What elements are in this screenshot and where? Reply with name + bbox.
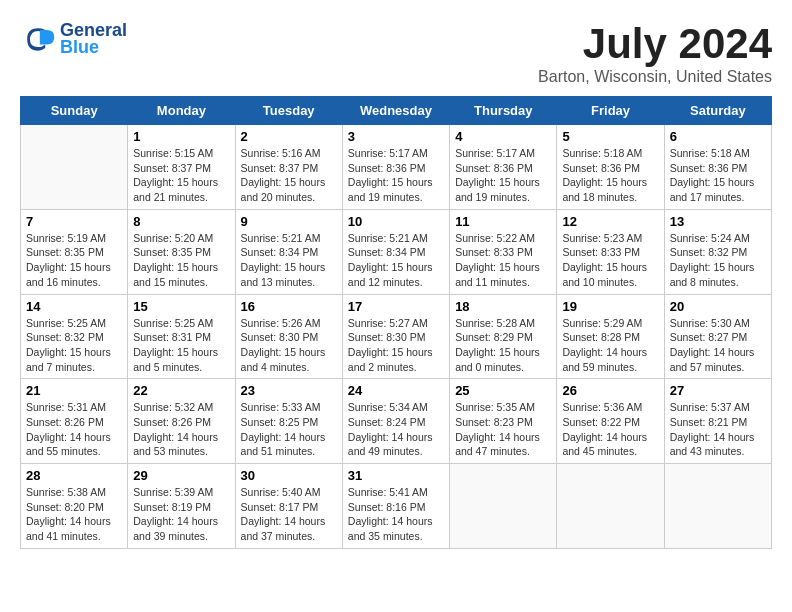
calendar-cell: 29Sunrise: 5:39 AM Sunset: 8:19 PM Dayli…	[128, 464, 235, 549]
calendar-week-row: 21Sunrise: 5:31 AM Sunset: 8:26 PM Dayli…	[21, 379, 772, 464]
calendar-cell: 15Sunrise: 5:25 AM Sunset: 8:31 PM Dayli…	[128, 294, 235, 379]
calendar-cell	[450, 464, 557, 549]
day-number: 26	[562, 383, 658, 398]
calendar-cell: 26Sunrise: 5:36 AM Sunset: 8:22 PM Dayli…	[557, 379, 664, 464]
day-info: Sunrise: 5:18 AM Sunset: 8:36 PM Dayligh…	[562, 146, 658, 205]
calendar-cell: 11Sunrise: 5:22 AM Sunset: 8:33 PM Dayli…	[450, 209, 557, 294]
day-number: 11	[455, 214, 551, 229]
calendar-cell: 31Sunrise: 5:41 AM Sunset: 8:16 PM Dayli…	[342, 464, 449, 549]
day-number: 25	[455, 383, 551, 398]
calendar-cell: 22Sunrise: 5:32 AM Sunset: 8:26 PM Dayli…	[128, 379, 235, 464]
calendar-week-row: 7Sunrise: 5:19 AM Sunset: 8:35 PM Daylig…	[21, 209, 772, 294]
weekday-header-saturday: Saturday	[664, 97, 771, 125]
calendar-cell: 12Sunrise: 5:23 AM Sunset: 8:33 PM Dayli…	[557, 209, 664, 294]
day-info: Sunrise: 5:36 AM Sunset: 8:22 PM Dayligh…	[562, 400, 658, 459]
day-number: 10	[348, 214, 444, 229]
calendar-header-row: SundayMondayTuesdayWednesdayThursdayFrid…	[21, 97, 772, 125]
day-number: 21	[26, 383, 122, 398]
day-info: Sunrise: 5:24 AM Sunset: 8:32 PM Dayligh…	[670, 231, 766, 290]
day-info: Sunrise: 5:21 AM Sunset: 8:34 PM Dayligh…	[241, 231, 337, 290]
day-info: Sunrise: 5:23 AM Sunset: 8:33 PM Dayligh…	[562, 231, 658, 290]
calendar-week-row: 1Sunrise: 5:15 AM Sunset: 8:37 PM Daylig…	[21, 125, 772, 210]
day-number: 29	[133, 468, 229, 483]
weekday-header-monday: Monday	[128, 97, 235, 125]
day-number: 6	[670, 129, 766, 144]
month-title: July 2024	[538, 20, 772, 68]
day-info: Sunrise: 5:18 AM Sunset: 8:36 PM Dayligh…	[670, 146, 766, 205]
title-block: July 2024 Barton, Wisconsin, United Stat…	[538, 20, 772, 86]
day-number: 27	[670, 383, 766, 398]
day-number: 31	[348, 468, 444, 483]
day-number: 7	[26, 214, 122, 229]
day-info: Sunrise: 5:29 AM Sunset: 8:28 PM Dayligh…	[562, 316, 658, 375]
weekday-header-tuesday: Tuesday	[235, 97, 342, 125]
day-number: 23	[241, 383, 337, 398]
day-info: Sunrise: 5:31 AM Sunset: 8:26 PM Dayligh…	[26, 400, 122, 459]
calendar-table: SundayMondayTuesdayWednesdayThursdayFrid…	[20, 96, 772, 549]
day-info: Sunrise: 5:26 AM Sunset: 8:30 PM Dayligh…	[241, 316, 337, 375]
calendar-cell: 24Sunrise: 5:34 AM Sunset: 8:24 PM Dayli…	[342, 379, 449, 464]
weekday-header-friday: Friday	[557, 97, 664, 125]
page-header: General Blue July 2024 Barton, Wisconsin…	[20, 20, 772, 86]
day-number: 4	[455, 129, 551, 144]
calendar-cell: 7Sunrise: 5:19 AM Sunset: 8:35 PM Daylig…	[21, 209, 128, 294]
calendar-cell: 18Sunrise: 5:28 AM Sunset: 8:29 PM Dayli…	[450, 294, 557, 379]
calendar-cell: 19Sunrise: 5:29 AM Sunset: 8:28 PM Dayli…	[557, 294, 664, 379]
day-info: Sunrise: 5:27 AM Sunset: 8:30 PM Dayligh…	[348, 316, 444, 375]
calendar-cell: 23Sunrise: 5:33 AM Sunset: 8:25 PM Dayli…	[235, 379, 342, 464]
calendar-cell: 17Sunrise: 5:27 AM Sunset: 8:30 PM Dayli…	[342, 294, 449, 379]
day-number: 13	[670, 214, 766, 229]
logo: General Blue	[20, 20, 127, 58]
day-info: Sunrise: 5:15 AM Sunset: 8:37 PM Dayligh…	[133, 146, 229, 205]
calendar-cell: 5Sunrise: 5:18 AM Sunset: 8:36 PM Daylig…	[557, 125, 664, 210]
day-info: Sunrise: 5:30 AM Sunset: 8:27 PM Dayligh…	[670, 316, 766, 375]
day-number: 28	[26, 468, 122, 483]
day-info: Sunrise: 5:20 AM Sunset: 8:35 PM Dayligh…	[133, 231, 229, 290]
calendar-cell: 28Sunrise: 5:38 AM Sunset: 8:20 PM Dayli…	[21, 464, 128, 549]
calendar-cell: 20Sunrise: 5:30 AM Sunset: 8:27 PM Dayli…	[664, 294, 771, 379]
day-info: Sunrise: 5:38 AM Sunset: 8:20 PM Dayligh…	[26, 485, 122, 544]
day-info: Sunrise: 5:39 AM Sunset: 8:19 PM Dayligh…	[133, 485, 229, 544]
location: Barton, Wisconsin, United States	[538, 68, 772, 86]
calendar-cell: 21Sunrise: 5:31 AM Sunset: 8:26 PM Dayli…	[21, 379, 128, 464]
day-info: Sunrise: 5:33 AM Sunset: 8:25 PM Dayligh…	[241, 400, 337, 459]
calendar-cell: 27Sunrise: 5:37 AM Sunset: 8:21 PM Dayli…	[664, 379, 771, 464]
day-number: 17	[348, 299, 444, 314]
day-info: Sunrise: 5:16 AM Sunset: 8:37 PM Dayligh…	[241, 146, 337, 205]
calendar-cell	[557, 464, 664, 549]
calendar-cell	[21, 125, 128, 210]
day-number: 2	[241, 129, 337, 144]
weekday-header-wednesday: Wednesday	[342, 97, 449, 125]
day-number: 16	[241, 299, 337, 314]
day-number: 22	[133, 383, 229, 398]
day-number: 12	[562, 214, 658, 229]
calendar-week-row: 28Sunrise: 5:38 AM Sunset: 8:20 PM Dayli…	[21, 464, 772, 549]
day-number: 1	[133, 129, 229, 144]
weekday-header-sunday: Sunday	[21, 97, 128, 125]
calendar-cell: 10Sunrise: 5:21 AM Sunset: 8:34 PM Dayli…	[342, 209, 449, 294]
calendar-cell: 9Sunrise: 5:21 AM Sunset: 8:34 PM Daylig…	[235, 209, 342, 294]
day-info: Sunrise: 5:25 AM Sunset: 8:31 PM Dayligh…	[133, 316, 229, 375]
day-info: Sunrise: 5:37 AM Sunset: 8:21 PM Dayligh…	[670, 400, 766, 459]
calendar-cell: 6Sunrise: 5:18 AM Sunset: 8:36 PM Daylig…	[664, 125, 771, 210]
day-number: 5	[562, 129, 658, 144]
logo-text2: Blue	[60, 37, 99, 58]
day-number: 8	[133, 214, 229, 229]
calendar-week-row: 14Sunrise: 5:25 AM Sunset: 8:32 PM Dayli…	[21, 294, 772, 379]
calendar-cell: 13Sunrise: 5:24 AM Sunset: 8:32 PM Dayli…	[664, 209, 771, 294]
calendar-cell: 30Sunrise: 5:40 AM Sunset: 8:17 PM Dayli…	[235, 464, 342, 549]
day-number: 9	[241, 214, 337, 229]
day-number: 20	[670, 299, 766, 314]
calendar-cell: 8Sunrise: 5:20 AM Sunset: 8:35 PM Daylig…	[128, 209, 235, 294]
day-info: Sunrise: 5:35 AM Sunset: 8:23 PM Dayligh…	[455, 400, 551, 459]
day-info: Sunrise: 5:19 AM Sunset: 8:35 PM Dayligh…	[26, 231, 122, 290]
day-info: Sunrise: 5:41 AM Sunset: 8:16 PM Dayligh…	[348, 485, 444, 544]
weekday-header-thursday: Thursday	[450, 97, 557, 125]
logo-icon	[20, 21, 56, 57]
calendar-cell	[664, 464, 771, 549]
day-info: Sunrise: 5:40 AM Sunset: 8:17 PM Dayligh…	[241, 485, 337, 544]
calendar-cell: 1Sunrise: 5:15 AM Sunset: 8:37 PM Daylig…	[128, 125, 235, 210]
calendar-cell: 14Sunrise: 5:25 AM Sunset: 8:32 PM Dayli…	[21, 294, 128, 379]
day-number: 14	[26, 299, 122, 314]
day-number: 18	[455, 299, 551, 314]
